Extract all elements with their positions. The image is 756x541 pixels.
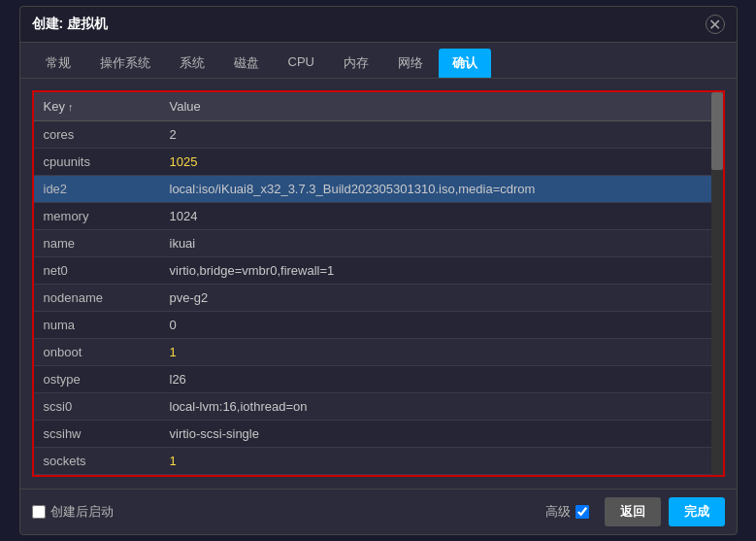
start-after-create-checkbox-label[interactable]: 创建后启动 — [32, 503, 114, 521]
tab-系统[interactable]: 系统 — [166, 49, 218, 78]
key-cell: cpuunits — [34, 149, 160, 176]
key-cell: numa — [34, 312, 160, 339]
value-cell: ikuai — [160, 230, 723, 257]
table-row[interactable]: ostypel26 — [34, 366, 723, 393]
key-cell: ostype — [34, 366, 160, 393]
tabs-bar: 常规操作系统系统磁盘CPU内存网络确认 — [20, 43, 737, 79]
key-cell: memory — [34, 203, 160, 230]
value-cell: virtio,bridge=vmbr0,firewall=1 — [160, 257, 723, 285]
value-cell: 1 — [160, 448, 723, 475]
table-row[interactable]: cores2 — [34, 121, 723, 149]
tab-确认[interactable]: 确认 — [439, 49, 491, 78]
dialog-title: 创建: 虚拟机 — [32, 16, 109, 33]
value-cell: 1025 — [160, 149, 723, 176]
table-container: Key↑ Value cores2cpuunits1025ide2local:i… — [32, 90, 725, 477]
finish-button[interactable]: 完成 — [669, 497, 725, 526]
col-key-header[interactable]: Key↑ — [34, 92, 160, 121]
table-row[interactable]: net0virtio,bridge=vmbr0,firewall=1 — [34, 257, 723, 285]
table-row[interactable]: nameikuai — [34, 230, 723, 257]
start-after-create-checkbox[interactable] — [32, 505, 46, 519]
key-cell: scsihw — [34, 421, 160, 448]
scrollbar-track[interactable] — [711, 92, 723, 475]
col-value-header: Value — [160, 92, 723, 121]
value-cell: 1024 — [160, 203, 723, 230]
table-row[interactable]: numa0 — [34, 312, 723, 339]
kv-table: Key↑ Value cores2cpuunits1025ide2local:i… — [34, 92, 723, 475]
tab-内存[interactable]: 内存 — [330, 49, 382, 78]
table-header-row: Key↑ Value — [34, 92, 723, 121]
dialog-titlebar: 创建: 虚拟机 ✕ — [20, 7, 737, 43]
value-cell: 2 — [160, 121, 723, 149]
table-row[interactable]: scsihwvirtio-scsi-single — [34, 421, 723, 448]
key-cell: nodename — [34, 285, 160, 312]
footer-left: 创建后启动 — [32, 503, 114, 521]
value-cell: 0 — [160, 312, 723, 339]
create-vm-dialog: 创建: 虚拟机 ✕ 常规操作系统系统磁盘CPU内存网络确认 Key↑ Value — [19, 6, 738, 535]
main-panel: Key↑ Value cores2cpuunits1025ide2local:i… — [32, 90, 725, 477]
tab-常规[interactable]: 常规 — [32, 49, 84, 78]
value-cell: l26 — [160, 366, 723, 393]
table-row[interactable]: sockets1 — [34, 448, 723, 475]
value-cell: local-lvm:16,iothread=on — [160, 393, 723, 421]
key-cell: name — [34, 230, 160, 257]
back-button[interactable]: 返回 — [605, 497, 661, 526]
value-cell: pve-g2 — [160, 285, 723, 312]
table-row[interactable]: scsi0local-lvm:16,iothread=on — [34, 393, 723, 421]
table-row[interactable]: ide2local:iso/iKuai8_x32_3.7.3_Build2023… — [34, 176, 723, 203]
dialog-body: Key↑ Value cores2cpuunits1025ide2local:i… — [20, 79, 737, 489]
advanced-section: 高级 — [545, 503, 589, 521]
table-row[interactable]: nodenamepve-g2 — [34, 285, 723, 312]
tab-磁盘[interactable]: 磁盘 — [220, 49, 273, 78]
key-cell: scsi0 — [34, 393, 160, 421]
advanced-checkbox[interactable] — [575, 505, 589, 519]
close-button[interactable]: ✕ — [706, 15, 725, 34]
footer-right: 高级 返回 完成 — [545, 497, 725, 526]
key-cell: cores — [34, 121, 160, 149]
tab-CPU[interactable]: CPU — [275, 49, 328, 78]
value-cell: local:iso/iKuai8_x32_3.7.3_Build20230530… — [160, 176, 723, 203]
tab-网络[interactable]: 网络 — [384, 49, 437, 78]
key-cell: net0 — [34, 257, 160, 285]
table-body: cores2cpuunits1025ide2local:iso/iKuai8_x… — [34, 121, 723, 475]
key-cell: sockets — [34, 448, 160, 475]
table-row[interactable]: cpuunits1025 — [34, 149, 723, 176]
table-row[interactable]: memory1024 — [34, 203, 723, 230]
footer: 创建后启动 高级 返回 完成 — [20, 489, 737, 534]
key-cell: onboot — [34, 339, 160, 366]
tab-操作系统[interactable]: 操作系统 — [86, 49, 164, 78]
advanced-label: 高级 — [545, 503, 571, 521]
table-row[interactable]: onboot1 — [34, 339, 723, 366]
scrollbar-thumb[interactable] — [711, 92, 723, 170]
key-cell: ide2 — [34, 176, 160, 203]
value-cell: 1 — [160, 339, 723, 366]
value-cell: virtio-scsi-single — [160, 421, 723, 448]
